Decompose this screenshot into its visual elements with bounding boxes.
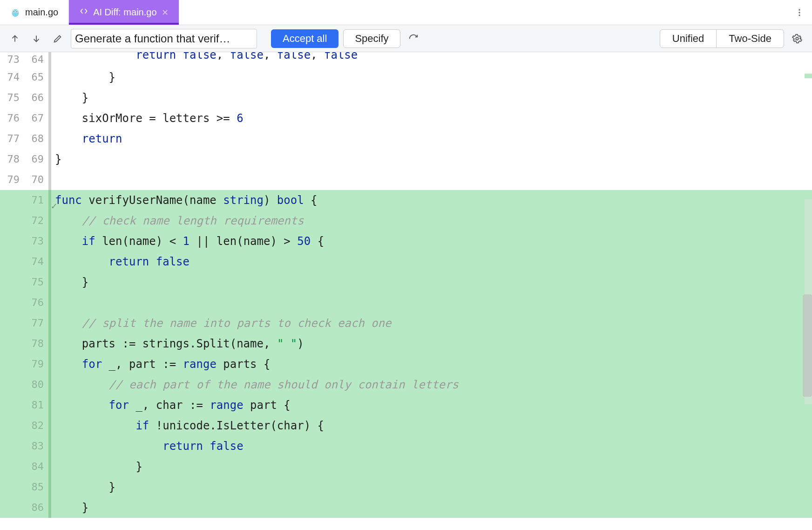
- code-content: sixOrMore = letters >= 6: [51, 108, 812, 129]
- view-mode-toggle: Unified Two-Side: [660, 29, 784, 48]
- code-line[interactable]: 77 // split the name into parts to check…: [0, 313, 812, 333]
- gutter-old-line-number: [0, 272, 24, 292]
- gutter-new-line-number: 82: [24, 415, 48, 436]
- code-content: return false: [51, 251, 812, 272]
- next-change-button[interactable]: [28, 30, 45, 47]
- gutter-old-line-number: [0, 190, 24, 211]
- code-content: }: [51, 497, 812, 518]
- gutter-new-line-number: 65: [24, 67, 48, 88]
- gutter-old-line-number: 78: [0, 149, 24, 170]
- gutter-old-line-number: 75: [0, 88, 24, 108]
- gutter-old-line-number: [0, 251, 24, 272]
- code-line[interactable]: 84 }: [0, 456, 812, 477]
- tab-file-main-go[interactable]: main.go: [0, 0, 69, 25]
- gutter-old-line-number: [0, 477, 24, 497]
- gutter-new-line-number: 83: [24, 436, 48, 456]
- gutter-new-line-number: 81: [24, 395, 48, 415]
- view-twoside-button[interactable]: Two-Side: [716, 30, 784, 48]
- code-content: }: [51, 456, 812, 477]
- gutter-old-line-number: [0, 313, 24, 333]
- tab-strip: main.go AI Diff: main.go ✕: [0, 0, 812, 25]
- code-content: func verifyUserName(name string) bool {: [51, 190, 812, 211]
- close-icon[interactable]: ✕: [162, 7, 169, 18]
- code-line[interactable]: 81 for _, char := range part {: [0, 395, 812, 415]
- gutter-new-line-number: 71✓: [24, 190, 48, 211]
- code-line[interactable]: 75 }: [0, 272, 812, 292]
- gutter-new-line-number: 85: [24, 477, 48, 497]
- svg-point-7: [798, 14, 800, 16]
- ai-diff-icon: [79, 7, 88, 18]
- code-line[interactable]: 85 }: [0, 477, 812, 497]
- prev-change-button[interactable]: [7, 30, 23, 47]
- accept-all-button[interactable]: Accept all: [271, 29, 338, 48]
- code-content: }: [51, 477, 812, 497]
- code-line[interactable]: 76: [0, 292, 812, 313]
- tab-diff-label: AI Diff: main.go: [93, 7, 156, 18]
- code-content: return: [51, 129, 812, 149]
- edit-prompt-button[interactable]: [49, 30, 66, 47]
- gutter-new-line-number: 77: [24, 313, 48, 333]
- tab-overflow-menu[interactable]: [787, 0, 812, 25]
- gutter-old-line-number: [0, 333, 24, 354]
- gutter-old-line-number: [0, 395, 24, 415]
- view-unified-button[interactable]: Unified: [660, 30, 716, 48]
- gutter-new-line-number: 86: [24, 497, 48, 518]
- code-line[interactable]: 79 for _, part := range parts {: [0, 354, 812, 374]
- gutter-new-line-number: 67: [24, 108, 48, 129]
- code-line[interactable]: 7465 }: [0, 67, 812, 88]
- gutter-new-line-number: 72: [24, 211, 48, 231]
- code-line[interactable]: 82 if !unicode.IsLetter(char) {: [0, 415, 812, 436]
- gutter-new-line-number: 74: [24, 251, 48, 272]
- code-content: [51, 170, 812, 190]
- code-line[interactable]: 71✓func verifyUserName(name string) bool…: [0, 190, 812, 211]
- code-line[interactable]: 72 // check name length requirements: [0, 211, 812, 231]
- svg-point-4: [16, 11, 17, 12]
- code-line[interactable]: 80 // each part of the name should only …: [0, 374, 812, 395]
- prompt-text[interactable]: Generate a function that verif…: [71, 29, 257, 48]
- code-content: // each part of the name should only con…: [51, 374, 812, 395]
- code-content: }: [51, 149, 812, 170]
- specify-button[interactable]: Specify: [343, 29, 400, 48]
- code-line[interactable]: 74 return false: [0, 251, 812, 272]
- code-line[interactable]: 7364 return false, false, false, false: [0, 52, 812, 67]
- code-content: // check name length requirements: [51, 211, 812, 231]
- code-content: if !unicode.IsLetter(char) {: [51, 415, 812, 436]
- tab-ai-diff[interactable]: AI Diff: main.go ✕: [69, 0, 179, 25]
- code-content: parts := strings.Split(name, " "): [51, 333, 812, 354]
- code-line[interactable]: 7768 return: [0, 129, 812, 149]
- code-line[interactable]: 73 if len(name) < 1 || len(name) > 50 {: [0, 231, 812, 251]
- code-line[interactable]: 86 }: [0, 497, 812, 518]
- regenerate-button[interactable]: [405, 30, 422, 47]
- svg-point-8: [796, 37, 798, 40]
- code-line[interactable]: 7970: [0, 170, 812, 190]
- gutter-old-line-number: 73: [0, 52, 24, 67]
- gutter-new-line-number: 79: [24, 354, 48, 374]
- svg-point-5: [798, 9, 800, 10]
- gutter-new-line-number: 70: [24, 170, 48, 190]
- code-content: return false, false, false, false: [51, 52, 812, 60]
- gutter-old-line-number: [0, 415, 24, 436]
- minimap-scrollbar[interactable]: [803, 52, 812, 530]
- code-content: [51, 292, 812, 313]
- code-line[interactable]: 78 parts := strings.Split(name, " "): [0, 333, 812, 354]
- diff-settings-button[interactable]: [789, 30, 805, 47]
- gutter-old-line-number: 74: [0, 67, 24, 88]
- gutter-old-line-number: [0, 292, 24, 313]
- code-line[interactable]: 7869}: [0, 149, 812, 170]
- gutter-new-line-number: 78: [24, 333, 48, 354]
- code-line[interactable]: 7667 sixOrMore = letters >= 6: [0, 108, 812, 129]
- code-line[interactable]: 7566 }: [0, 88, 812, 108]
- code-line[interactable]: 83 return false: [0, 436, 812, 456]
- gutter-new-line-number: 66: [24, 88, 48, 108]
- code-content: for _, part := range parts {: [51, 354, 812, 374]
- gutter-new-line-number: 75: [24, 272, 48, 292]
- code-content: return false: [51, 436, 812, 456]
- diff-editor[interactable]: 7364 return false, false, false, false74…: [0, 52, 812, 530]
- gutter-new-line-number: 80: [24, 374, 48, 395]
- gutter-old-line-number: 77: [0, 129, 24, 149]
- accept-chunk-icon[interactable]: ✓: [51, 196, 57, 216]
- gutter-old-line-number: [0, 354, 24, 374]
- gutter-new-line-number: 73: [24, 231, 48, 251]
- gutter-new-line-number: 69: [24, 149, 48, 170]
- code-content: }: [51, 88, 812, 108]
